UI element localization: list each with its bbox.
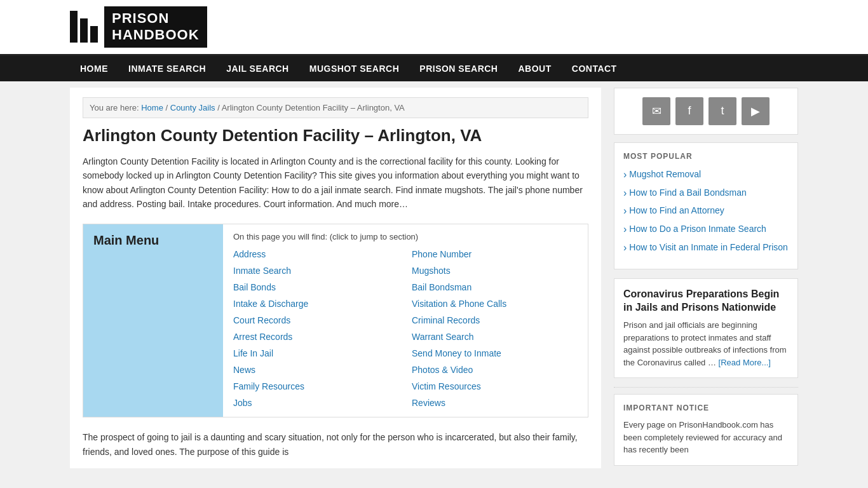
page-title: Arlington County Detention Facility – Ar… [83, 126, 588, 146]
bottom-paragraph: The prospect of going to jail is a daunt… [83, 430, 588, 459]
news-text: Prison and jail officials are beginning … [623, 319, 789, 369]
breadcrumb-home[interactable]: Home [141, 103, 163, 112]
logo-text: PRISON HANDBOOK [104, 6, 207, 48]
social-buttons: ✉ f t ▶ [614, 88, 798, 135]
menu-link-bail-bonds[interactable]: Bail Bonds [233, 281, 399, 294]
menu-link-intake[interactable]: Intake & Discharge [233, 297, 399, 310]
nav-prison-search[interactable]: PRISON SEARCH [409, 56, 508, 81]
sidebar: ✉ f t ▶ MOST POPULAR Mugshot Removal How… [614, 88, 798, 468]
menu-link-address[interactable]: Address [233, 248, 399, 261]
sidebar-divider [614, 387, 798, 388]
menu-link-criminal-records[interactable]: Criminal Records [412, 314, 578, 327]
breadcrumb-current: Arlington County Detention Facility – Ar… [222, 103, 405, 112]
email-button[interactable]: ✉ [642, 97, 670, 125]
main-menu-title: Main Menu [93, 233, 159, 248]
menu-link-reviews[interactable]: Reviews [412, 396, 578, 409]
popular-prison-search[interactable]: How to Do a Prison Inmate Search [629, 223, 766, 236]
breadcrumb: You are here: Home / County Jails / Arli… [83, 97, 588, 118]
twitter-button[interactable]: t [709, 97, 736, 125]
menu-link-news[interactable]: News [233, 363, 399, 376]
popular-visit-inmate[interactable]: How to Visit an Inmate in Federal Prison [629, 241, 788, 254]
menu-link-visitation[interactable]: Visitation & Phone Calls [412, 297, 578, 310]
list-item: Mugshot Removal [623, 168, 789, 182]
news-box: Coronavirus Preparations Begin in Jails … [614, 278, 798, 379]
nav-inmate-search[interactable]: INMATE SEARCH [118, 56, 216, 81]
menu-link-phone[interactable]: Phone Number [412, 248, 578, 261]
menu-description: On this page you will find: (click to ju… [233, 232, 578, 241]
menu-link-family-resources[interactable]: Family Resources [233, 380, 399, 393]
most-popular-box: MOST POPULAR Mugshot Removal How to Find… [614, 142, 798, 269]
menu-link-send-money[interactable]: Send Money to Inmate [412, 347, 578, 360]
list-item: How to Do a Prison Inmate Search [623, 223, 789, 236]
main-content: You are here: Home / County Jails / Arli… [70, 88, 601, 468]
facebook-button[interactable]: f [675, 97, 703, 125]
nav-contact[interactable]: CONTACT [562, 56, 627, 81]
youtube-button[interactable]: ▶ [742, 97, 770, 125]
nav-mugshot-search[interactable]: MUGSHOT SEARCH [299, 56, 410, 81]
list-item: How to Find an Attorney [623, 205, 789, 218]
read-more-link[interactable]: [Read More...] [719, 358, 771, 367]
menu-link-life-in-jail[interactable]: Life In Jail [233, 347, 399, 360]
nav-home[interactable]: HOME [70, 56, 118, 81]
nav-jail-search[interactable]: JAIL SEARCH [216, 56, 299, 81]
menu-link-jobs[interactable]: Jobs [233, 396, 399, 409]
menu-link-warrant-search[interactable]: Warrant Search [412, 330, 578, 343]
important-notice-box: IMPORTANT NOTICE Every page on PrisonHan… [614, 394, 798, 466]
menu-link-photos[interactable]: Photos & Video [412, 363, 578, 376]
menu-link-mugshots[interactable]: Mugshots [412, 264, 578, 277]
main-menu-box: Main Menu On this page you will find: (c… [83, 224, 588, 417]
list-item: How to Find a Bail Bondsman [623, 187, 789, 200]
news-title: Coronavirus Preparations Begin in Jails … [623, 288, 789, 315]
menu-link-bail-bondsman[interactable]: Bail Bondsman [412, 281, 578, 294]
intro-paragraph: Arlington County Detention Facility is l… [83, 154, 588, 212]
list-item: How to Visit an Inmate in Federal Prison [623, 241, 789, 255]
menu-grid: Address Phone Number Inmate Search Mugsh… [233, 248, 578, 409]
logo-bars-icon [70, 11, 98, 43]
menu-link-arrest-records[interactable]: Arrest Records [233, 330, 399, 343]
popular-bail-bondsman[interactable]: How to Find a Bail Bondsman [629, 187, 746, 200]
notice-text: Every page on PrisonHandbook.com has bee… [623, 419, 789, 456]
most-popular-list: Mugshot Removal How to Find a Bail Bonds… [623, 168, 789, 255]
popular-mugshot-removal[interactable]: Mugshot Removal [629, 168, 701, 181]
menu-link-court-records[interactable]: Court Records [233, 314, 399, 327]
main-nav: HOME INMATE SEARCH JAIL SEARCH MUGSHOT S… [0, 56, 868, 81]
menu-link-inmate-search[interactable]: Inmate Search [233, 264, 399, 277]
breadcrumb-county-jails[interactable]: County Jails [170, 103, 215, 112]
popular-attorney[interactable]: How to Find an Attorney [629, 205, 724, 217]
notice-heading: IMPORTANT NOTICE [623, 403, 789, 412]
menu-link-victim-resources[interactable]: Victim Resources [412, 380, 578, 393]
most-popular-heading: MOST POPULAR [623, 152, 789, 161]
site-logo[interactable]: PRISON HANDBOOK [70, 6, 207, 48]
nav-about[interactable]: ABOUT [508, 56, 561, 81]
